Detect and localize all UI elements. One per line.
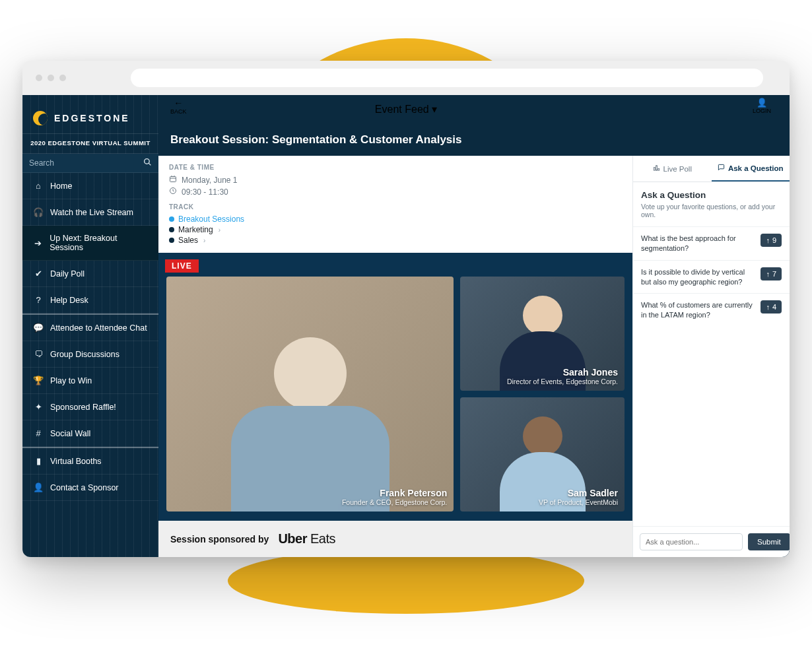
login-label: LOGIN [753,108,771,114]
sponsor-logo: Uber Eats [278,531,335,546]
sponsor-prefix: Session sponsored by [170,534,269,544]
track-label: Breakout Sessions [178,214,244,224]
vote-count: 4 [772,303,776,311]
qa-panel: Live Poll Ask a Question Ask a Question … [632,156,790,557]
brand-logo[interactable]: EDGESTONE [22,95,158,133]
search-input[interactable] [29,158,143,168]
traffic-light-dot [36,75,42,81]
traffic-light-dot [48,75,54,81]
track-label: Marketing [178,225,213,234]
tab-ask-question[interactable]: Ask a Question [712,156,790,182]
sidebar-nav: ⌂Home🎧Watch the Live Stream➔Up Next: Bre… [22,173,158,501]
sidebar-item-label: Social Wall [50,429,90,438]
qa-text: Is it possible to divide by vertical but… [641,267,755,287]
back-label: BACK [170,108,187,115]
upvote-button[interactable]: ↑7 [761,267,782,280]
chat-icon [718,164,725,172]
speaker-role: Director of Events, Edgestone Corp. [507,378,618,385]
sidebar-item-label: Help Desk [50,296,88,305]
sidebar: EDGESTONE 2020 EDGESTONE VIRTUAL SUMMIT … [22,95,158,557]
sidebar-item-label: Watch the Live Stream [50,208,133,217]
speaker-tile-main[interactable]: Frank Peterson Founder & CEO, Edgestone … [166,277,454,512]
sidebar-item-label: Virtual Booths [50,457,102,466]
summit-title: 2020 EDGESTONE VIRTUAL SUMMIT [22,133,158,154]
sidebar-item[interactable]: ⌂Home [22,173,158,199]
url-bar[interactable] [131,69,763,87]
track-link[interactable]: Marketing› [169,225,622,234]
qa-heading: Ask a Question [641,190,782,200]
svg-rect-9 [658,168,659,170]
qa-subtext: Vote up your favorite questions, or add … [641,203,782,218]
logo-mark-icon [33,111,48,125]
arrow-up-icon: ↑ [766,270,770,278]
svg-rect-7 [654,168,655,171]
track-link[interactable]: Sales› [169,236,622,245]
track-dot-icon [169,238,174,243]
qa-text: What % of customers are currently in the… [641,300,755,320]
track-header: TRACK [169,203,622,211]
wand-icon: ✦ [33,402,44,412]
sidebar-item[interactable]: ➔Up Next: Breakout Sessions [22,226,158,261]
sidebar-item-label: Home [50,182,72,191]
chevron-right-icon: › [219,226,220,234]
track-label: Sales [178,236,198,245]
speaker-name: Frank Peterson [342,488,447,498]
speaker-tile[interactable]: Sam Sadler VP of Product, EventMobi [460,397,625,512]
login-button[interactable]: 👤 LOGIN [753,98,771,114]
sidebar-item[interactable]: 🎧Watch the Live Stream [22,199,158,226]
live-badge: LIVE [165,259,199,273]
track-link[interactable]: Breakout Sessions [169,214,622,224]
sidebar-item[interactable]: 🏆Play to Win [22,368,158,394]
sidebar-item[interactable]: ▮Virtual Booths [22,447,158,475]
upvote-button[interactable]: ↑9 [761,234,782,247]
browser-chrome [22,61,790,95]
qa-item: What % of customers are currently in the… [633,293,790,327]
brand-name: EDGESTONE [54,113,130,123]
event-feed-dropdown[interactable]: Event Feed ▾ [375,103,437,116]
tab-live-poll[interactable]: Live Poll [633,156,712,182]
svg-rect-2 [170,177,176,182]
back-button[interactable]: ← BACK [170,98,187,115]
question-icon: ? [33,295,44,305]
headphones-icon: 🎧 [33,207,44,217]
tab-label: Live Poll [663,165,692,173]
qa-submit-button[interactable]: Submit [748,533,790,550]
traffic-light-dot [59,75,66,81]
search-icon [143,158,152,168]
qa-input[interactable] [640,533,743,550]
video-area: LIVE Frank Peterson Founder & CEO, Edges… [158,253,632,521]
session-date: Monday, June 1 [182,176,238,185]
speaker-role: Founder & CEO, Edgestone Corp. [342,498,447,506]
svg-rect-8 [656,166,657,170]
speaker-tile[interactable]: Sarah Jones Director of Events, Edgeston… [460,277,625,391]
sidebar-item[interactable]: ✔Daily Poll [22,261,158,287]
datetime-header: DATE & TIME [169,164,622,171]
track-dot-icon [169,227,174,232]
sidebar-item[interactable]: ?Help Desk [22,287,158,314]
sidebar-item-label: Group Discussions [50,350,119,359]
arrow-up-icon: ↑ [766,236,770,244]
sponsor-bar: Session sponsored by Uber Eats [158,521,632,557]
session-time: 09:30 - 11:30 [182,187,228,197]
discussion-icon: 🗨 [33,349,44,359]
upvote-button[interactable]: ↑4 [761,300,782,314]
sidebar-item[interactable]: 🗨Group Discussions [22,341,158,368]
arrow-up-icon: ↑ [766,303,770,311]
browser-frame: ← BACK Event Feed ▾ 👤 LOGIN EDGESTONE 20… [22,61,790,557]
sidebar-search[interactable] [22,154,158,173]
sidebar-item[interactable]: 👤Contact a Sponsor [22,475,158,501]
sidebar-item[interactable]: #Social Wall [22,420,158,447]
chevron-right-icon: › [203,237,205,244]
hash-icon: # [33,428,44,438]
sidebar-item-label: Daily Poll [50,269,85,279]
arrow-right-icon: ➔ [33,238,43,248]
bookmark-icon: ▮ [33,456,44,466]
caret-down-icon: ▾ [432,104,437,115]
sidebar-item[interactable]: ✦Sponsored Raffle! [22,394,158,420]
arrow-left-icon: ← [174,98,183,108]
tab-label: Ask a Question [728,164,784,172]
home-icon: ⌂ [33,181,44,191]
sidebar-item-label: Up Next: Breakout Sessions [50,234,148,252]
sidebar-item[interactable]: 💬Attendee to Attendee Chat [22,314,158,341]
speaker-role: VP of Product, EventMobi [539,498,618,506]
